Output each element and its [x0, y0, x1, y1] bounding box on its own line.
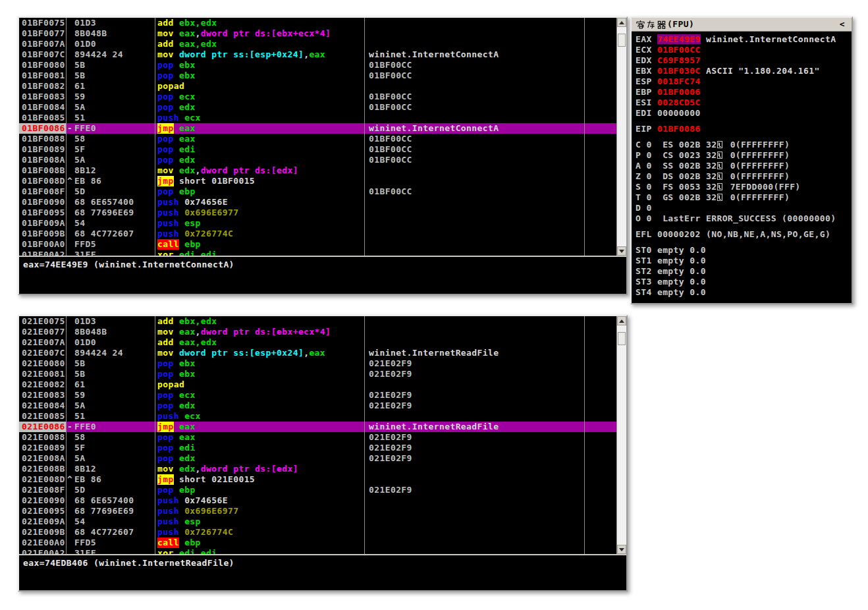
scroll-down-button[interactable]	[617, 246, 626, 256]
opcode-bytes-cell: 01D3	[74, 18, 96, 28]
disasm-row[interactable]: 01BF009A54push esp	[19, 218, 616, 229]
disasm-row[interactable]: 01BF007A01D0add eax,edx	[19, 39, 616, 49]
disasm-row[interactable]: 021E00815Bpop ebx021E02F9	[19, 369, 616, 379]
fpu-register-row[interactable]: ST0 empty 0.0	[636, 245, 852, 256]
disasm-row[interactable]: 021E008551push ecx	[19, 411, 616, 422]
column-divider[interactable]	[66, 18, 67, 256]
register-row[interactable]: ESI 0028CD5C	[636, 97, 852, 108]
disasm-row[interactable]: 021E00805Bpop ebx021E02F9	[19, 358, 616, 369]
disasm-row[interactable]: 01BF00805Bpop ebx01BF00CC	[19, 60, 616, 70]
disasm-row[interactable]: 01BF008F5Dpop ebp01BF00CC	[19, 186, 616, 197]
fpu-register-row[interactable]: ST4 empty 0.0	[636, 287, 852, 298]
disasm-row[interactable]: 021E008858pop eax021E02F9	[19, 432, 616, 443]
instruction-token: dword ptr ss:[esp+0x24]	[179, 49, 304, 60]
register-row[interactable]: EIP 01BF0086	[636, 124, 852, 134]
scroll-up-button[interactable]	[617, 18, 626, 27]
disasm-row[interactable]: 01BF008858pop eax01BF00CC	[19, 134, 616, 144]
disasm-row[interactable]: 01BF008A5Apop edx01BF00CC	[19, 155, 616, 165]
disasm-row[interactable]: 01BF008D^EB 86jmp short 01BF0015	[19, 176, 616, 186]
disasm-row[interactable]: 01BF0086-FFE0jmp eaxwininet.InternetConn…	[19, 123, 616, 134]
disasm-row[interactable]: 01BF009568 77696E69push 0x696E6977	[19, 208, 616, 218]
disasm-row[interactable]: 021E00895Fpop edi021E02F9	[19, 443, 616, 453]
eflags-row[interactable]: EFL 00000202 (NO,NB,NE,A,NS,PO,GE,G)	[636, 229, 852, 240]
address-cell: 01BF0077	[22, 28, 65, 39]
column-divider[interactable]	[364, 316, 365, 554]
disasm-row[interactable]: 01BF009068 6E657400push 0x74656E	[19, 197, 616, 208]
instruction-token: ecx	[179, 390, 196, 401]
scrollbar[interactable]	[616, 18, 626, 256]
scroll-down-button[interactable]	[617, 545, 626, 554]
flag-row[interactable]: T 0 GS 002B 32 0(FFFFFFFF)	[636, 192, 852, 203]
instruction-cell: pop ecx	[157, 390, 196, 401]
address-cell: 021E008A	[22, 453, 65, 464]
disasm-row[interactable]: 021E008B8B12mov edx,dword ptr ds:[edx]	[19, 464, 616, 474]
disasm-row[interactable]: 01BF007C894424 24mov dword ptr ss:[esp+0…	[19, 49, 616, 60]
column-divider[interactable]	[155, 316, 155, 554]
disasm-row[interactable]: 021E00A0FFD5call ebp	[19, 538, 616, 548]
column-divider[interactable]	[66, 316, 67, 554]
disasm-row[interactable]: 021E008D^EB 86jmp short 021E0015	[19, 474, 616, 485]
scrollbar[interactable]	[616, 316, 626, 554]
flag-row[interactable]: S 0 FS 0053 32 7EFDD000(FFF)	[636, 182, 852, 192]
disasm-row[interactable]: 01BF00895Fpop edi01BF00CC	[19, 144, 616, 155]
disasm-row[interactable]: 01BF008359pop ecx01BF00CC	[19, 92, 616, 102]
register-row[interactable]: ESP 0018FC74	[636, 76, 852, 87]
flag-row[interactable]: Z 0 DS 002B 32 0(FFFFFFFF)	[636, 171, 852, 182]
disasm-row[interactable]: 021E009B68 4C772607push 0x726774C	[19, 527, 616, 538]
flag-row[interactable]: C 0 ES 002B 32 0(FFFFFFFF)	[636, 140, 852, 150]
disasm-row[interactable]: 021E008261popad	[19, 379, 616, 390]
disasm-row[interactable]: 021E00778B048Bmov eax,dword ptr ds:[ebx+…	[19, 327, 616, 337]
disasm-row[interactable]: 01BF00778B048Bmov eax,dword ptr ds:[ebx+…	[19, 28, 616, 39]
flag-row[interactable]: A 0 SS 002B 32 0(FFFFFFFF)	[636, 161, 852, 171]
instruction-token: ebx	[179, 60, 196, 70]
fpu-register-row[interactable]: ST3 empty 0.0	[636, 277, 852, 287]
opcode-bytes-cell: 59	[74, 390, 85, 401]
disasm-row[interactable]: 021E007C894424 24mov dword ptr ss:[esp+0…	[19, 348, 616, 358]
opcode-bytes-cell: 5B	[74, 358, 85, 369]
disasm-row[interactable]: 021E007501D3add ebx,edx	[19, 316, 616, 327]
disassembly-columns: 021E007501D3add ebx,edx021E00778B048Bmov…	[19, 316, 616, 554]
flag-row[interactable]: D 0	[636, 203, 852, 213]
scroll-up-button[interactable]	[617, 316, 626, 325]
flag-row[interactable]: P 0 CS 0023 32 0(FFFFFFFF)	[636, 150, 852, 161]
disasm-row[interactable]: 021E00845Apop edx021E02F9	[19, 401, 616, 411]
disasm-row[interactable]: 021E0086-FFE0jmp eaxwininet.InternetRead…	[19, 422, 616, 432]
instruction-token: push	[157, 229, 184, 239]
fpu-register-row[interactable]: ST1 empty 0.0	[636, 256, 852, 266]
register-row[interactable]: EDX C69F8957	[636, 55, 852, 66]
flag-text: A 0 SS 002B 32	[636, 161, 717, 171]
register-row[interactable]: EAX 74EE49E9 wininet.InternetConnectA	[636, 34, 852, 45]
register-row[interactable]: EDI 00000000	[636, 108, 852, 119]
disasm-row[interactable]: 01BF008551push ecx	[19, 113, 616, 123]
disasm-row[interactable]: 021E008359pop ecx021E02F9	[19, 390, 616, 401]
disasm-row[interactable]: 01BF00A231FFxor edi,edi	[19, 250, 616, 256]
scrollbar-thumb[interactable]	[618, 34, 626, 47]
column-divider[interactable]	[155, 18, 155, 256]
register-row[interactable]: ECX 01BF00CC	[636, 45, 852, 55]
instruction-token: pop	[157, 453, 179, 464]
disasm-row[interactable]: 021E00A231FFxor edi,edi	[19, 548, 616, 554]
disasm-row[interactable]: 021E009A54push esp	[19, 516, 616, 527]
disasm-row[interactable]: 01BF009B68 4C772607push 0x726774C	[19, 229, 616, 239]
disasm-row[interactable]: 01BF00815Bpop ebx01BF00CC	[19, 70, 616, 81]
disasm-row[interactable]: 01BF00845Apop edx01BF00CC	[19, 102, 616, 113]
column-divider[interactable]	[584, 18, 585, 256]
disasm-row[interactable]: 021E007A01D0add eax,edx	[19, 337, 616, 348]
disasm-row[interactable]: 01BF00A0FFD5call ebp	[19, 239, 616, 250]
disasm-row[interactable]: 01BF007501D3add ebx,edx	[19, 18, 616, 28]
column-divider[interactable]	[584, 316, 585, 554]
address-cell: 01BF0085	[22, 113, 65, 123]
disasm-row[interactable]: 021E008F5Dpop ebp021E02F9	[19, 485, 616, 495]
disasm-row[interactable]: 021E009068 6E657400push 0x74656E	[19, 495, 616, 506]
collapse-button[interactable]: <	[840, 19, 845, 30]
register-row[interactable]: EBX 01BF030C ASCII "1.180.204.161"	[636, 66, 852, 76]
disasm-row[interactable]: 021E009568 77696E69push 0x696E6977	[19, 506, 616, 516]
disasm-row[interactable]: 01BF008B8B12mov edx,dword ptr ds:[edx]	[19, 165, 616, 176]
disasm-row[interactable]: 01BF008261popad	[19, 81, 616, 92]
column-divider[interactable]	[364, 18, 365, 256]
disasm-row[interactable]: 021E008A5Apop edx021E02F9	[19, 453, 616, 464]
scrollbar-thumb[interactable]	[618, 332, 626, 345]
fpu-register-row[interactable]: ST2 empty 0.0	[636, 266, 852, 277]
flag-row[interactable]: O 0 LastErr ERROR_SUCCESS (00000000)	[636, 213, 852, 224]
register-row[interactable]: EBP 01BF0006	[636, 87, 852, 97]
